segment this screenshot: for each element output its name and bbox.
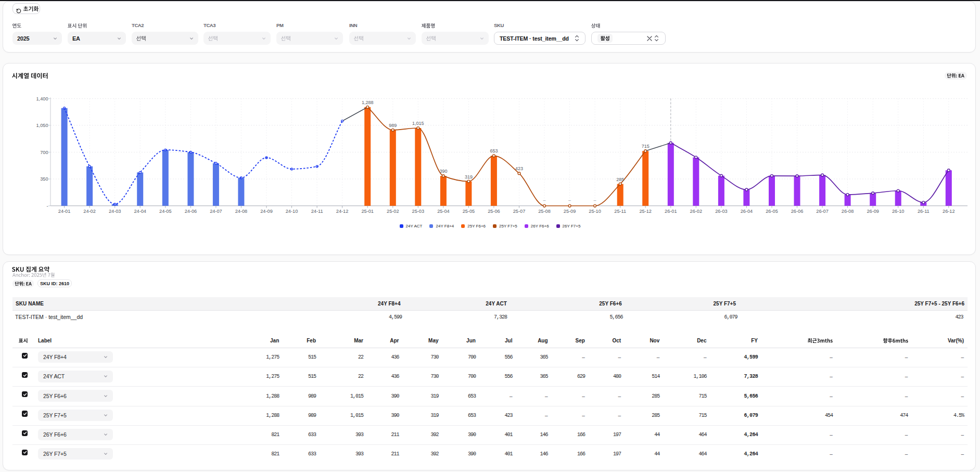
svg-text:25-03: 25-03	[412, 209, 425, 214]
svg-text:26-01: 26-01	[665, 209, 677, 214]
svg-text:350: 350	[40, 176, 48, 182]
svg-text:24-02: 24-02	[83, 209, 96, 214]
svg-text:25-05: 25-05	[463, 209, 475, 214]
svg-text:25-11: 25-11	[614, 209, 626, 214]
svg-text:24-10: 24-10	[286, 209, 298, 214]
svg-text:26-11: 26-11	[918, 209, 930, 214]
svg-text:24-11: 24-11	[311, 209, 323, 214]
svg-text:1,050: 1,050	[36, 123, 48, 128]
svg-text:26-05: 26-05	[766, 209, 778, 214]
svg-text:24-05: 24-05	[159, 209, 172, 214]
svg-text:25-04: 25-04	[437, 209, 450, 214]
svg-text:715: 715	[642, 144, 650, 149]
svg-text:26-06: 26-06	[791, 209, 804, 214]
svg-text:989: 989	[389, 123, 397, 128]
svg-text:24-12: 24-12	[336, 209, 349, 214]
svg-text:24-09: 24-09	[260, 209, 273, 214]
svg-text:25-07: 25-07	[513, 209, 526, 214]
svg-text:24-06: 24-06	[185, 209, 197, 214]
svg-text:25-10: 25-10	[589, 209, 601, 214]
svg-text:653: 653	[490, 148, 498, 154]
svg-text:1,288: 1,288	[362, 100, 374, 105]
svg-text:25-08: 25-08	[538, 209, 551, 214]
svg-text:–: –	[568, 198, 571, 203]
svg-text:26-10: 26-10	[892, 209, 905, 214]
svg-text:26-12: 26-12	[943, 209, 955, 214]
svg-text:1,400: 1,400	[36, 96, 48, 101]
svg-text:24-03: 24-03	[109, 209, 121, 214]
svg-text:24-04: 24-04	[134, 209, 146, 214]
svg-text:423: 423	[515, 166, 523, 171]
svg-text:700: 700	[40, 150, 48, 155]
svg-text:26-08: 26-08	[842, 209, 854, 214]
svg-text:24-07: 24-07	[210, 209, 222, 214]
svg-text:-: -	[46, 203, 48, 209]
svg-text:390: 390	[439, 169, 447, 174]
svg-text:26-02: 26-02	[690, 209, 703, 214]
svg-text:24-08: 24-08	[235, 209, 248, 214]
svg-text:–: –	[543, 198, 545, 203]
svg-text:25-02: 25-02	[387, 209, 399, 214]
svg-text:319: 319	[465, 174, 473, 180]
svg-text:26-07: 26-07	[816, 209, 829, 214]
svg-text:–: –	[594, 198, 596, 203]
svg-text:24-01: 24-01	[58, 209, 71, 214]
svg-text:25-01: 25-01	[361, 209, 374, 214]
svg-text:1,015: 1,015	[412, 121, 424, 126]
svg-text:26-04: 26-04	[741, 209, 753, 214]
svg-text:285: 285	[616, 177, 624, 182]
svg-text:25-06: 25-06	[488, 209, 500, 214]
svg-text:26-09: 26-09	[867, 209, 879, 214]
svg-text:25-12: 25-12	[639, 209, 652, 214]
svg-text:26-03: 26-03	[715, 209, 728, 214]
svg-text:25-09: 25-09	[564, 209, 576, 214]
